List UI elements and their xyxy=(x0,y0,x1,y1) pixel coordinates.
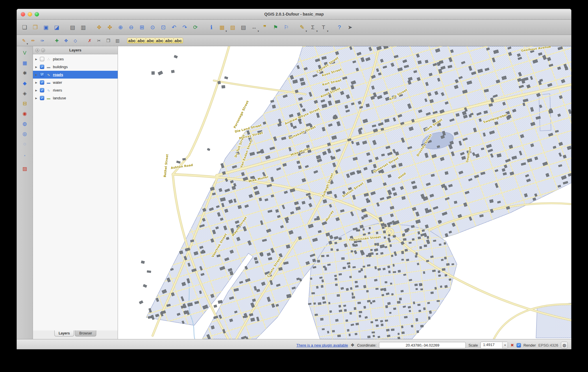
add-raster-layer-button[interactable]: ▦ xyxy=(21,59,29,67)
plugin-icon[interactable]: ❖ xyxy=(351,343,354,348)
layer-row-water[interactable]: water xyxy=(33,79,118,86)
add-wfs-layer-button[interactable]: ◌ xyxy=(21,140,29,148)
add-wms-layer-button[interactable]: ◍ xyxy=(21,119,29,128)
select-features-icon: ▦ xyxy=(219,25,225,30)
new-project-button[interactable]: ❏ xyxy=(20,22,29,32)
label-properties-button[interactable]: abc xyxy=(174,36,182,45)
current-edits-button[interactable]: ✎ xyxy=(20,36,28,45)
dock-tab-layers[interactable]: Layers xyxy=(54,330,74,336)
visibility-checkbox-rivers[interactable] xyxy=(40,88,44,92)
annotation-button[interactable]: ✎ xyxy=(297,22,307,32)
whats-this-button[interactable]: ➤ xyxy=(345,22,355,32)
scale-dropdown-arrow-icon[interactable] xyxy=(502,342,508,348)
label-show-hide-button[interactable]: abc xyxy=(165,36,173,45)
label-rotate-button[interactable]: abc xyxy=(146,36,155,45)
layer-row-rivers[interactable]: rivers xyxy=(33,86,118,94)
select-features-button[interactable]: ▦ xyxy=(217,22,227,32)
composer-manager-button[interactable]: ▥ xyxy=(78,22,88,32)
save-project-button[interactable]: ▣ xyxy=(41,22,51,32)
visibility-checkbox-buildings[interactable] xyxy=(40,65,44,69)
add-vector-layer-button[interactable]: V xyxy=(21,49,29,57)
open-project-button[interactable]: ❐ xyxy=(30,22,40,32)
plugin-update-link[interactable]: There is a new plugin available xyxy=(296,343,348,347)
zoom-next-button[interactable]: ↷ xyxy=(180,22,190,32)
window-titlebar[interactable]: QGIS 2.0.1-Dufour - basic_map xyxy=(17,9,571,20)
expand-arrow-icon[interactable] xyxy=(35,73,38,76)
add-delimited-text-layer-button[interactable]: , xyxy=(21,150,29,158)
zoom-in-button[interactable]: ⊕ xyxy=(116,22,125,32)
visibility-checkbox-water[interactable] xyxy=(40,80,44,85)
label-move-button[interactable]: abc xyxy=(137,36,145,45)
scale-value[interactable]: 1:4917 xyxy=(481,342,502,348)
map-tips-button[interactable]: ❞ xyxy=(260,22,270,32)
text-annotation-button[interactable]: T xyxy=(319,22,328,32)
node-tool-button[interactable]: ◇ xyxy=(71,36,79,45)
expand-arrow-icon[interactable] xyxy=(35,66,38,68)
cut-features-button[interactable]: ✂ xyxy=(95,36,103,45)
pan-to-selection-button[interactable]: ✤ xyxy=(105,22,115,32)
delete-selected-button[interactable]: ✗ xyxy=(86,36,94,45)
visibility-checkbox-places[interactable] xyxy=(40,57,44,61)
layer-name: buildings xyxy=(53,65,68,69)
crs-status-button[interactable]: ◍ xyxy=(561,342,568,349)
dock-tab-browser[interactable]: Browser xyxy=(75,330,96,336)
coordinate-input[interactable] xyxy=(379,342,466,348)
layer-row-roads[interactable]: roads xyxy=(33,71,118,79)
identify-features-button[interactable]: ℹ xyxy=(206,22,216,32)
add-oracle-georaster-layer-button[interactable]: ▨ xyxy=(21,164,29,173)
pan-map-button[interactable]: ✥ xyxy=(94,22,104,32)
new-bookmark-button[interactable]: ⚑ xyxy=(271,22,280,32)
expand-arrow-icon[interactable] xyxy=(35,97,38,100)
new-print-composer-button[interactable]: ▤ xyxy=(68,22,77,32)
layers-panel-titlebar[interactable]: ✕ ❑ Layers xyxy=(33,46,118,54)
show-bookmarks-button[interactable]: ⚐ xyxy=(281,22,291,32)
copy-features-icon: ❐ xyxy=(106,38,110,43)
toggle-editing-button[interactable]: ✏ xyxy=(29,36,37,45)
sum-statistics-button[interactable]: Σ xyxy=(308,22,318,32)
show-bookmarks-icon: ⚐ xyxy=(284,25,289,30)
sum-statistics-icon: Σ xyxy=(311,25,315,30)
scale-combo[interactable]: 1:4917 xyxy=(480,342,508,349)
add-wcs-layer-icon: ◎ xyxy=(23,131,27,136)
zoom-out-button[interactable]: ⊖ xyxy=(126,22,136,32)
map-canvas-svg[interactable]: Geelhout AvenueCypress StreetKoos Street… xyxy=(118,46,571,339)
map-canvas[interactable]: Geelhout AvenueCypress StreetKoos Street… xyxy=(118,46,571,339)
zoom-last-button[interactable]: ↶ xyxy=(169,22,179,32)
new-shapefile-layer-button[interactable]: ✱ xyxy=(21,69,29,77)
paste-features-icon: ▥ xyxy=(115,38,119,43)
stop-render-button[interactable]: ✖ xyxy=(511,343,514,347)
add-oracle-layer-button[interactable]: ◉ xyxy=(21,109,29,118)
zoom-in-icon: ⊕ xyxy=(118,25,123,30)
paste-features-button[interactable]: ▥ xyxy=(113,36,122,45)
map-refresh-button[interactable]: ⟳ xyxy=(191,22,200,32)
render-checkbox[interactable] xyxy=(517,343,521,347)
add-wcs-layer-button[interactable]: ◎ xyxy=(21,129,29,138)
dock-tabs: Layers Browser xyxy=(33,330,118,339)
label-pin-button[interactable]: abc xyxy=(156,36,164,45)
expand-arrow-icon[interactable] xyxy=(35,81,38,84)
add-postgis-layer-button[interactable]: ◆ xyxy=(21,79,29,88)
save-project-as-button[interactable]: ◪ xyxy=(52,22,62,32)
add-feature-button[interactable]: ✚ xyxy=(53,36,61,45)
open-attribute-table-button[interactable]: ▤ xyxy=(238,22,248,32)
layer-row-landuse[interactable]: landuse xyxy=(33,94,118,102)
add-spatialite-layer-button[interactable]: ◈ xyxy=(21,89,29,98)
deselect-features-button[interactable]: ▧ xyxy=(228,22,238,32)
zoom-to-selection-button[interactable]: ⊙ xyxy=(148,22,158,32)
layer-row-buildings[interactable]: buildings xyxy=(33,63,118,71)
visibility-checkbox-landuse[interactable] xyxy=(40,96,44,100)
zoom-to-layer-button[interactable]: ⊡ xyxy=(158,22,168,32)
save-layer-edits-button[interactable]: ✑ xyxy=(38,36,47,45)
expand-arrow-icon[interactable] xyxy=(35,58,38,61)
expand-arrow-icon[interactable] xyxy=(35,89,38,92)
add-mssql-layer-button[interactable]: ⊟ xyxy=(21,99,29,108)
visibility-checkbox-roads[interactable] xyxy=(40,72,44,77)
zoom-full-extent-button[interactable]: ⊞ xyxy=(137,22,147,32)
move-feature-icon: ✥ xyxy=(64,38,68,43)
layer-row-places[interactable]: places xyxy=(33,55,118,63)
measure-button[interactable]: ↔ xyxy=(249,22,259,32)
copy-features-button[interactable]: ❐ xyxy=(104,36,112,45)
move-feature-button[interactable]: ✥ xyxy=(62,36,70,45)
labeling-button[interactable]: abc xyxy=(128,36,136,45)
help-contents-button[interactable]: ? xyxy=(334,22,344,32)
